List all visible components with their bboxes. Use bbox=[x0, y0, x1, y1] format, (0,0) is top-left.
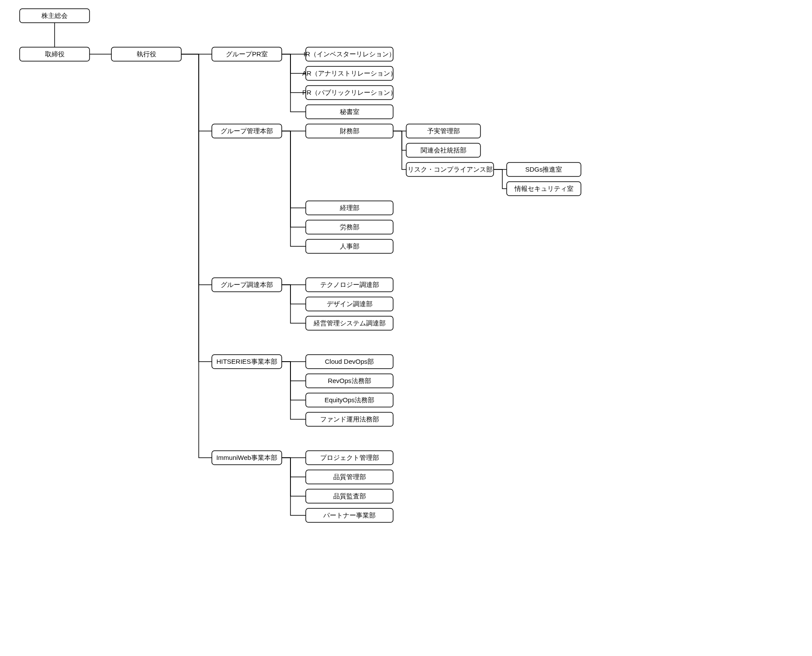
org-node-label: Cloud DevOps部 bbox=[325, 358, 374, 365]
connector bbox=[181, 54, 212, 131]
org-node-label: 情報セキュリティ室 bbox=[514, 185, 574, 192]
org-node-ir: IR（インベスターリレション） bbox=[304, 47, 395, 61]
connector bbox=[393, 131, 406, 150]
org-node-sdgs: SDGs推進室 bbox=[507, 162, 581, 176]
org-node-label: 株主総会 bbox=[41, 12, 68, 19]
org-node-groupMgmt: グループ管理本部 bbox=[212, 124, 282, 138]
org-node-accounting: 経理部 bbox=[306, 201, 393, 215]
org-node-label: パートナー事業部 bbox=[323, 511, 376, 519]
org-node-shareholders: 株主総会 bbox=[20, 9, 90, 23]
org-node-label: リスク・コンプライアンス部 bbox=[408, 166, 493, 173]
org-node-techProc: テクノロジー調達部 bbox=[306, 278, 393, 292]
connector bbox=[282, 131, 306, 246]
org-node-label: ImmuniWeb事業本部 bbox=[216, 454, 277, 461]
connector bbox=[282, 54, 306, 112]
org-node-label: テクノロジー調達部 bbox=[320, 281, 379, 288]
org-chart: 株主総会取締役執行役グループPR室IR（インベスターリレション）AR（アナリスト… bbox=[0, 0, 612, 533]
org-node-finance: 財務部 bbox=[306, 124, 393, 138]
org-node-label: EquityOps法務部 bbox=[325, 396, 374, 404]
org-node-label: HITSERIES事業本部 bbox=[216, 358, 277, 365]
org-node-bizsysProc: 経営管理システム調達部 bbox=[306, 316, 393, 330]
connector bbox=[282, 362, 306, 381]
org-node-label: 経理部 bbox=[339, 204, 359, 211]
org-node-equityopsLegal: EquityOps法務部 bbox=[306, 393, 393, 407]
org-node-cloudDevops: Cloud DevOps部 bbox=[306, 355, 393, 369]
org-node-label: 品質管理部 bbox=[333, 473, 366, 480]
org-node-label: デザイン調達部 bbox=[327, 300, 373, 307]
org-node-label: 労務部 bbox=[340, 223, 359, 231]
org-node-label: 人事部 bbox=[340, 242, 359, 250]
org-node-label: 秘書室 bbox=[340, 108, 359, 115]
org-node-label: 取締役 bbox=[45, 50, 65, 58]
org-node-projMgmt: プロジェクト管理部 bbox=[306, 451, 393, 465]
org-node-immuniweb: ImmuniWeb事業本部 bbox=[212, 451, 282, 465]
org-node-partnerBiz: パートナー事業部 bbox=[306, 508, 393, 522]
connector bbox=[282, 131, 306, 227]
org-node-qualityAudit: 品質監査部 bbox=[306, 489, 393, 503]
org-node-label: PR（パブリックリレーション） bbox=[302, 89, 397, 96]
org-node-label: 品質監査部 bbox=[333, 492, 366, 500]
org-node-label: グループ調達本部 bbox=[221, 281, 273, 288]
org-node-label: AR（アナリストリレーション） bbox=[302, 69, 397, 77]
org-node-designProc: デザイン調達部 bbox=[306, 297, 393, 311]
org-node-affiliateCtrl: 関連会社統括部 bbox=[406, 143, 480, 157]
org-node-exec: 執行役 bbox=[111, 47, 181, 61]
org-node-label: 財務部 bbox=[340, 127, 359, 135]
org-node-label: SDGs推進室 bbox=[525, 166, 562, 173]
org-node-riskCompliance: リスク・コンプライアンス部 bbox=[406, 162, 494, 176]
connector bbox=[282, 458, 306, 515]
org-node-board: 取締役 bbox=[20, 47, 90, 61]
org-node-label: 執行役 bbox=[137, 50, 156, 58]
org-node-labor: 労務部 bbox=[306, 220, 393, 234]
connector bbox=[494, 169, 507, 189]
org-node-groupPR: グループPR室 bbox=[212, 47, 282, 61]
org-node-label: ファンド運用法務部 bbox=[320, 415, 379, 423]
org-node-budgetCtrl: 予実管理部 bbox=[406, 124, 480, 138]
org-node-label: プロジェクト管理部 bbox=[320, 454, 379, 461]
org-node-label: 経営管理システム調達部 bbox=[313, 319, 386, 327]
org-node-prPublic: PR（パブリックリレーション） bbox=[302, 86, 397, 100]
org-node-qualityMgmt: 品質管理部 bbox=[306, 470, 393, 484]
org-node-label: グループPR室 bbox=[226, 50, 268, 58]
org-node-groupProc: グループ調達本部 bbox=[212, 278, 282, 292]
connector bbox=[181, 54, 212, 362]
org-node-infosec: 情報セキュリティ室 bbox=[507, 182, 581, 196]
connector bbox=[282, 285, 306, 304]
org-node-fundLegal: ファンド運用法務部 bbox=[306, 412, 393, 426]
org-node-hr: 人事部 bbox=[306, 239, 393, 253]
org-node-label: 関連会社統括部 bbox=[421, 146, 466, 154]
org-node-label: グループ管理本部 bbox=[221, 127, 273, 135]
connector bbox=[282, 458, 306, 477]
org-node-label: 予実管理部 bbox=[427, 127, 460, 135]
org-node-label: RevOps法務部 bbox=[328, 377, 371, 384]
org-node-secretariat: 秘書室 bbox=[306, 105, 393, 119]
connector bbox=[282, 131, 306, 208]
org-node-hitseries: HITSERIES事業本部 bbox=[212, 355, 282, 369]
org-node-revopsLegal: RevOps法務部 bbox=[306, 374, 393, 388]
connector bbox=[181, 54, 212, 458]
org-node-ar: AR（アナリストリレーション） bbox=[302, 66, 397, 80]
connector bbox=[181, 54, 212, 285]
connector bbox=[282, 362, 306, 419]
org-node-label: IR（インベスターリレション） bbox=[304, 50, 395, 58]
